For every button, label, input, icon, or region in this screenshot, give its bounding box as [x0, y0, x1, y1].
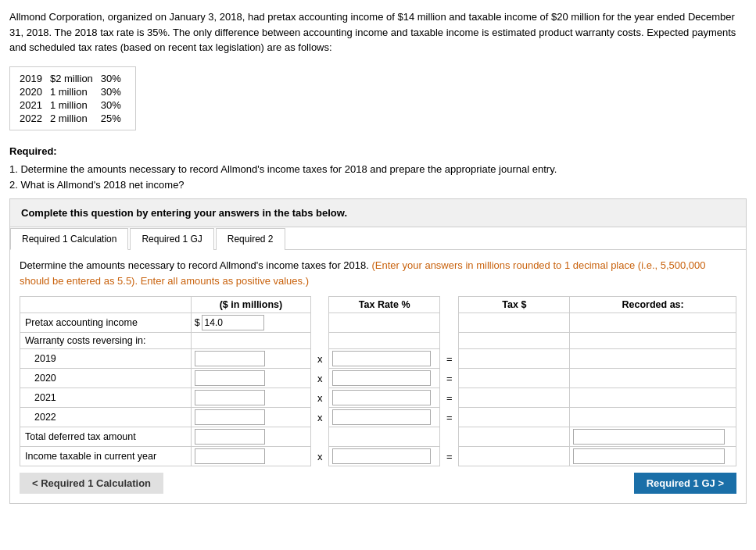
- operator-multiply: x: [311, 369, 329, 388]
- required-item: 1. Determine the amounts necessary to re…: [9, 162, 747, 178]
- dollars-cell[interactable]: $: [191, 313, 311, 333]
- recorded-input[interactable]: [573, 448, 725, 464]
- col-header-tax: Tax $: [459, 297, 570, 313]
- dollars-input[interactable]: [195, 409, 265, 425]
- col-header-rate: Tax Rate %: [329, 297, 440, 313]
- dollars-input[interactable]: [202, 315, 264, 330]
- operator-multiply: x: [311, 388, 329, 408]
- dollars-input[interactable]: [195, 351, 265, 366]
- dollars-cell[interactable]: [191, 447, 311, 466]
- tax-schedule-row: 2022 2 million 25%: [18, 112, 127, 125]
- dollars-cell[interactable]: [191, 388, 311, 408]
- table-row: Warranty costs reversing in:: [20, 333, 736, 349]
- tax-cell: [459, 388, 570, 408]
- row-label: 2020: [20, 369, 192, 388]
- tab-content-area: Determine the amounts necessary to recor…: [10, 250, 746, 503]
- tax-year: 2019: [18, 72, 48, 85]
- row-label: Pretax accounting income: [20, 313, 192, 333]
- row-label: 2019: [20, 349, 192, 369]
- tabs-row: Required 1 CalculationRequired 1 GJRequi…: [10, 227, 746, 250]
- dollars-cell[interactable]: [191, 408, 311, 427]
- row-label: 2022: [20, 408, 192, 427]
- recorded-cell[interactable]: [570, 447, 736, 466]
- dollars-input[interactable]: [195, 370, 265, 386]
- dollars-cell[interactable]: [191, 349, 311, 369]
- table-row: 2021x=: [20, 388, 736, 408]
- tax-cell: [459, 313, 570, 333]
- table-row: Pretax accounting income$: [20, 313, 736, 333]
- rate-cell: [329, 313, 440, 333]
- tax-rate: 30%: [99, 72, 127, 85]
- tab-req2[interactable]: Required 2: [216, 228, 285, 250]
- main-data-table: ($ in millions) Tax Rate % Tax $ Recorde…: [20, 296, 736, 466]
- dollars-input[interactable]: [195, 429, 265, 445]
- tax-schedule-row: 2021 1 million 30%: [18, 98, 127, 112]
- next-button[interactable]: Required 1 GJ >: [634, 473, 736, 494]
- recorded-cell: [570, 408, 736, 427]
- recorded-cell: [570, 349, 736, 369]
- rate-input[interactable]: [332, 409, 431, 425]
- dollar-sign: $: [195, 317, 200, 328]
- tab-req1gj[interactable]: Required 1 GJ: [130, 228, 213, 250]
- rate-input[interactable]: [332, 370, 431, 386]
- row-label: Income taxable in current year: [20, 447, 192, 466]
- operator-equals: =: [440, 388, 459, 408]
- bottom-nav: < Required 1 Calculation Required 1 GJ >: [20, 466, 736, 494]
- rate-input[interactable]: [332, 351, 431, 366]
- tax-year: 2022: [18, 112, 48, 125]
- dollars-cell[interactable]: [191, 369, 311, 388]
- dollars-input[interactable]: [195, 448, 265, 464]
- rate-cell[interactable]: [329, 388, 440, 408]
- required-items: 1. Determine the amounts necessary to re…: [9, 162, 747, 195]
- tax-cell: [459, 447, 570, 466]
- rate-cell[interactable]: [329, 447, 440, 466]
- operator-multiply: x: [311, 349, 329, 369]
- tax-amount: 1 million: [48, 98, 99, 112]
- tax-cell: [459, 349, 570, 369]
- recorded-cell: [570, 313, 736, 333]
- instruction-text: Determine the amounts necessary to recor…: [20, 258, 736, 288]
- rate-cell: [329, 427, 440, 447]
- rate-cell[interactable]: [329, 369, 440, 388]
- col-header-label: [20, 297, 192, 313]
- tax-schedule-row: 2020 1 million 30%: [18, 85, 127, 98]
- recorded-cell[interactable]: [570, 427, 736, 447]
- rate-cell[interactable]: [329, 349, 440, 369]
- tax-rate: 25%: [99, 112, 127, 125]
- row-label: Total deferred tax amount: [20, 427, 192, 447]
- rate-cell[interactable]: [329, 408, 440, 427]
- prev-button[interactable]: < Required 1 Calculation: [20, 473, 163, 494]
- dollars-input[interactable]: [195, 390, 265, 405]
- row-label: Warranty costs reversing in:: [20, 333, 192, 349]
- dollars-cell[interactable]: [191, 427, 311, 447]
- tax-cell: [459, 369, 570, 388]
- operator-multiply: x: [311, 447, 329, 466]
- required-item: 2. What is Allmond's 2018 net income?: [9, 177, 747, 194]
- tax-schedule-table: 2019 $2 million 30%2020 1 million 30%202…: [9, 66, 136, 130]
- operator-multiply: [311, 313, 329, 333]
- recorded-cell: [570, 369, 736, 388]
- operator-equals: [440, 333, 459, 349]
- intro-paragraph: Allmond Corporation, organized on Januar…: [9, 9, 747, 55]
- tax-cell: [459, 408, 570, 427]
- dollars-cell: [191, 333, 311, 349]
- row-label: 2021: [20, 388, 192, 408]
- operator-equals: [440, 313, 459, 333]
- table-row: Income taxable in current yearx=: [20, 447, 736, 466]
- tax-rate: 30%: [99, 85, 127, 98]
- complete-box: Complete this question by entering your …: [9, 198, 747, 227]
- tax-amount: 2 million: [48, 112, 99, 125]
- tax-cell: [459, 333, 570, 349]
- col-header-recorded: Recorded as:: [570, 297, 736, 313]
- instruction-main: Determine the amounts necessary to recor…: [20, 259, 369, 271]
- rate-input[interactable]: [332, 448, 431, 464]
- tax-amount: $2 million: [48, 72, 99, 85]
- col-header-dollars: ($ in millions): [191, 297, 311, 313]
- table-row: 2022x=: [20, 408, 736, 427]
- recorded-cell: [570, 333, 736, 349]
- rate-input[interactable]: [332, 390, 431, 405]
- recorded-input[interactable]: [573, 429, 725, 445]
- operator-equals: [440, 427, 459, 447]
- table-row: 2020x=: [20, 369, 736, 388]
- tab-req1calc[interactable]: Required 1 Calculation: [10, 228, 128, 250]
